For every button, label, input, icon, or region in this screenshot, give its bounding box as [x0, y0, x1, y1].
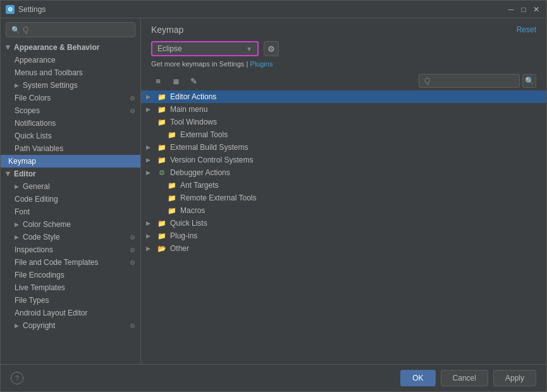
- keymap-value: Eclipse: [157, 44, 182, 53]
- sidebar-item-editor[interactable]: ▶ Editor: [1, 168, 140, 180]
- sidebar-search-input[interactable]: [23, 25, 130, 34]
- close-button[interactable]: ✕: [531, 4, 541, 15]
- edit-button[interactable]: ✎: [187, 74, 200, 88]
- tree-item-main-menu[interactable]: ▶ 📁 Main menu: [141, 103, 546, 116]
- window-icon: ⚙: [6, 5, 15, 14]
- sidebar-item-system-settings[interactable]: ▶ System Settings: [1, 79, 140, 92]
- reset-button[interactable]: Reset: [517, 25, 536, 34]
- tree-item-editor-actions[interactable]: ▶ 📁 Editor Actions: [141, 90, 546, 103]
- panel-header: Keymap Reset: [141, 18, 546, 39]
- tree-arrow: ▶: [146, 233, 156, 239]
- expand-arrow: ▶: [15, 82, 19, 89]
- align2-button[interactable]: ≣: [169, 74, 183, 88]
- debugger-icon: ⚙: [156, 168, 168, 177]
- tree-item-external-tools[interactable]: ▶ 📁 External Tools: [141, 128, 546, 141]
- sidebar-item-scopes[interactable]: Scopes ⚙: [1, 104, 140, 117]
- tree-item-label: Other: [170, 244, 189, 253]
- sidebar-search-container[interactable]: 🔍: [6, 22, 135, 37]
- window-title: Settings: [18, 5, 506, 14]
- more-keymaps-text: Get more keymaps in Settings |: [151, 60, 250, 68]
- sidebar-item-general[interactable]: ▶ General: [1, 180, 140, 193]
- align-button[interactable]: ≡: [151, 74, 165, 88]
- maximize-button[interactable]: □: [519, 4, 529, 15]
- sidebar-item-path-variables[interactable]: Path Variables: [1, 142, 140, 155]
- sidebar-item-file-colors[interactable]: File Colors ⚙: [1, 92, 140, 104]
- settings-icon: ⚙: [130, 234, 135, 241]
- tree-arrow: ▶: [146, 144, 156, 150]
- sidebar-item-label: Code Editing: [15, 195, 58, 204]
- keymap-settings-button[interactable]: ⚙: [264, 41, 279, 56]
- sidebar-item-quick-lists[interactable]: Quick Lists: [1, 130, 140, 142]
- gear-icon: ⚙: [267, 44, 275, 54]
- tree-item-tool-windows[interactable]: ▶ 📁 Tool Windows: [141, 116, 546, 128]
- sidebar-item-file-code-templates[interactable]: File and Code Templates ⚙: [1, 256, 140, 269]
- sidebar-item-label: Live Templates: [15, 283, 65, 292]
- sidebar-item-file-encodings[interactable]: File Encodings: [1, 269, 140, 281]
- sidebar-item-font[interactable]: Font: [1, 205, 140, 218]
- sidebar-item-menus-toolbars[interactable]: Menus and Toolbars: [1, 66, 140, 79]
- sidebar-item-label: Editor: [14, 169, 36, 178]
- sidebar-item-appearance-behavior[interactable]: ▶ Appearance & Behavior: [1, 41, 140, 54]
- cancel-button[interactable]: Cancel: [441, 370, 488, 386]
- help-button[interactable]: ?: [11, 372, 23, 384]
- tree-item-external-build-systems[interactable]: ▶ 📁 External Build Systems: [141, 141, 546, 154]
- tree-item-label: Plug-ins: [170, 231, 197, 240]
- sidebar-item-inspections[interactable]: Inspections ⚙: [1, 243, 140, 256]
- settings-icon: ⚙: [130, 107, 135, 114]
- window-controls: ─ □ ✕: [506, 4, 541, 15]
- sidebar-item-label: Keymap: [8, 157, 36, 166]
- sidebar-item-notifications[interactable]: Notifications: [1, 117, 140, 130]
- sidebar-item-code-editing[interactable]: Code Editing: [1, 193, 140, 205]
- folder-icon: 📁: [166, 193, 178, 202]
- folder-icon: 📁: [156, 219, 168, 228]
- tree-arrow: ▶: [146, 245, 156, 252]
- settings-icon: ⚙: [130, 259, 135, 266]
- tree-item-label: Debugger Actions: [170, 168, 230, 177]
- chevron-down-icon: ▼: [246, 46, 252, 52]
- sidebar-item-code-style[interactable]: ▶ Code Style ⚙: [1, 231, 140, 243]
- sidebar-item-label: System Settings: [23, 81, 78, 90]
- toolbar-row: ≡ ≣ ✎ 🔍: [141, 71, 546, 90]
- sidebar-item-live-templates[interactable]: Live Templates: [1, 281, 140, 294]
- settings-icon: ⚙: [130, 322, 135, 329]
- folder-icon: 📁: [156, 105, 168, 114]
- tree-item-remote-external-tools[interactable]: ▶ 📁 Remote External Tools: [141, 192, 546, 204]
- tree-item-plug-ins[interactable]: ▶ 📁 Plug-ins: [141, 230, 546, 242]
- sidebar-item-label: File Colors: [15, 94, 51, 102]
- sidebar-item-label: Appearance: [15, 56, 56, 64]
- tree-item-version-control-systems[interactable]: ▶ 📁 Version Control Systems: [141, 154, 546, 166]
- edit-icon: ✎: [190, 77, 197, 86]
- tree-item-debugger-actions[interactable]: ▶ ⚙ Debugger Actions: [141, 166, 546, 179]
- expand-arrow: ▶: [15, 221, 19, 228]
- minimize-button[interactable]: ─: [506, 4, 516, 15]
- tree-item-macros[interactable]: ▶ 📁 Macros: [141, 204, 546, 217]
- sidebar-item-color-scheme[interactable]: ▶ Color Scheme: [1, 218, 140, 231]
- sidebar-item-label: File and Code Templates: [15, 258, 99, 267]
- other-icon: 📂: [156, 244, 168, 253]
- tree-search-input[interactable]: [424, 77, 514, 85]
- folder-icon: 📁: [166, 181, 178, 190]
- sidebar-item-android-layout-editor[interactable]: Android Layout Editor: [1, 307, 140, 319]
- title-bar: ⚙ Settings ─ □ ✕: [1, 1, 546, 18]
- tree-item-ant-targets[interactable]: ▶ 📁 Ant Targets: [141, 179, 546, 192]
- tree-arrow: ▶: [146, 169, 156, 176]
- apply-button[interactable]: Apply: [493, 370, 536, 386]
- sidebar-item-file-types[interactable]: File Types: [1, 294, 140, 307]
- ok-button[interactable]: OK: [400, 370, 435, 386]
- sidebar-item-label: Copyright: [23, 321, 55, 330]
- sidebar-item-label: File Encodings: [15, 271, 65, 279]
- tree-item-quick-lists[interactable]: ▶ 📁 Quick Lists: [141, 217, 546, 230]
- tree-item-label: External Build Systems: [170, 143, 248, 152]
- sidebar-item-keymap[interactable]: Keymap: [1, 155, 140, 168]
- tree-item-other[interactable]: ▶ 📂 Other: [141, 242, 546, 255]
- tree-item-label: Tool Windows: [170, 118, 217, 126]
- plugins-link[interactable]: Plugins: [250, 60, 273, 68]
- search-magnify-button[interactable]: 🔍: [522, 74, 536, 88]
- folder-icon: 📁: [166, 206, 178, 215]
- tree-search-container[interactable]: [419, 74, 520, 88]
- sidebar-item-copyright[interactable]: ▶ Copyright ⚙: [1, 319, 140, 332]
- sidebar: 🔍 ▶ Appearance & Behavior Appearance Men…: [1, 18, 141, 364]
- sidebar-item-label: Android Layout Editor: [15, 309, 87, 317]
- keymap-select[interactable]: Eclipse ▼: [151, 41, 259, 56]
- sidebar-item-appearance[interactable]: Appearance: [1, 54, 140, 66]
